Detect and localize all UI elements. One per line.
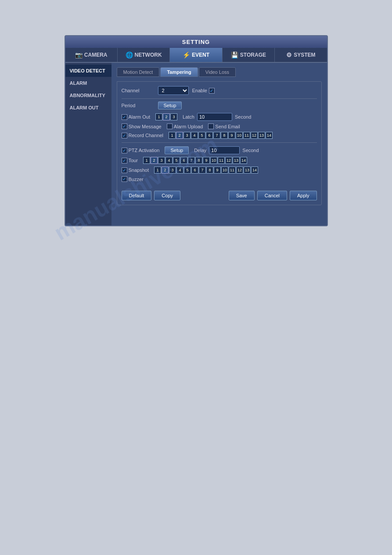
tour-ch-9[interactable]: 9 <box>203 157 210 164</box>
default-button[interactable]: Default <box>122 191 152 200</box>
alarm-out-checkbox[interactable] <box>122 114 127 120</box>
save-button[interactable]: Save <box>229 191 255 200</box>
tab-storage[interactable]: 💾 STORAGE <box>223 48 275 62</box>
tour-ch-12[interactable]: 12 <box>225 157 232 164</box>
rec-ch-6[interactable]: 6 <box>206 132 213 139</box>
channel-select[interactable]: 2 <box>158 86 189 95</box>
tour-ch-1[interactable]: 1 <box>143 157 150 164</box>
main-window: SETTING 📷 CAMERA 🌐 NETWORK ⚡ EVENT 💾 STO… <box>65 35 328 226</box>
sidebar-item-abnormality[interactable]: ABNORMALITY <box>65 89 111 102</box>
tour-ch-11[interactable]: 11 <box>218 157 225 164</box>
subtab-tampering[interactable]: Tampering <box>160 67 198 77</box>
tour-row: Tour 1 2 3 4 5 6 7 8 9 10 <box>122 157 317 164</box>
snapshot-check-item: Snapshot <box>122 167 149 173</box>
show-message-check-item: Show Message <box>122 123 162 129</box>
rec-ch-10[interactable]: 10 <box>236 132 243 139</box>
alarm-ch-3[interactable]: 3 <box>170 113 177 120</box>
rec-ch-2[interactable]: 2 <box>176 132 183 139</box>
alarm-upload-checkbox[interactable] <box>167 123 173 129</box>
rec-ch-8[interactable]: 8 <box>221 132 228 139</box>
show-message-checkbox[interactable] <box>122 123 127 129</box>
tour-ch-8[interactable]: 8 <box>195 157 202 164</box>
apply-button[interactable]: Apply <box>290 191 317 200</box>
tab-camera[interactable]: 📷 CAMERA <box>65 48 118 62</box>
ptz-checkbox[interactable] <box>122 148 127 153</box>
alarm-upload-label: Alarm Upload <box>174 124 203 129</box>
delay-label: Delay <box>194 148 206 153</box>
subtab-motion-detect[interactable]: Motion Detect <box>117 67 160 77</box>
tour-ch-14[interactable]: 14 <box>240 157 247 164</box>
delay-input[interactable] <box>209 146 240 154</box>
tour-ch-7[interactable]: 7 <box>188 157 195 164</box>
nav-tabs: 📷 CAMERA 🌐 NETWORK ⚡ EVENT 💾 STORAGE ⚙ S… <box>65 48 327 63</box>
snap-ch-11[interactable]: 11 <box>229 167 236 174</box>
sidebar-item-alarm[interactable]: ALARM <box>65 77 111 89</box>
alarm-ch-1[interactable]: 1 <box>155 113 162 120</box>
snap-ch-6[interactable]: 6 <box>191 167 198 174</box>
rec-ch-14[interactable]: 14 <box>266 132 273 139</box>
snap-ch-5[interactable]: 5 <box>184 167 191 174</box>
rec-ch-9[interactable]: 9 <box>228 132 235 139</box>
tour-checkbox[interactable] <box>122 158 127 163</box>
ptz-setup-button[interactable]: Setup <box>165 146 189 154</box>
tour-ch-10[interactable]: 10 <box>210 157 217 164</box>
rec-ch-3[interactable]: 3 <box>183 132 191 139</box>
copy-button[interactable]: Copy <box>154 191 180 200</box>
snap-ch-2[interactable]: 2 <box>162 167 169 174</box>
title-text: SETTING <box>182 39 210 45</box>
snap-ch-14[interactable]: 14 <box>251 167 258 174</box>
delay-unit: Second <box>242 148 259 153</box>
rec-ch-12[interactable]: 12 <box>251 132 258 139</box>
tour-ch-5[interactable]: 5 <box>173 157 180 164</box>
network-icon: 🌐 <box>126 51 133 58</box>
tour-ch-6[interactable]: 6 <box>180 157 187 164</box>
send-email-checkbox[interactable] <box>208 123 214 129</box>
channel-label: Channel <box>122 88 155 93</box>
snap-ch-9[interactable]: 9 <box>214 167 221 174</box>
rec-ch-1[interactable]: 1 <box>169 132 176 139</box>
rec-ch-5[interactable]: 5 <box>198 132 205 139</box>
title-bar: SETTING <box>65 36 327 48</box>
snap-ch-4[interactable]: 4 <box>176 167 183 174</box>
sidebar-item-alarm-out[interactable]: ALARM OUT <box>65 102 111 114</box>
alarm-ch-2[interactable]: 2 <box>163 113 170 120</box>
show-message-label: Show Message <box>129 124 162 129</box>
rec-ch-11[interactable]: 11 <box>243 132 250 139</box>
record-channel-check-item: Record Channel <box>122 133 164 138</box>
snap-ch-12[interactable]: 12 <box>236 167 243 174</box>
latch-input[interactable] <box>197 113 232 121</box>
tour-check-item: Tour <box>122 158 138 163</box>
bottom-buttons: Default Copy Save Cancel Apply <box>122 187 317 200</box>
rec-ch-13[interactable]: 13 <box>258 132 265 139</box>
alarm-upload-check-item: Alarm Upload <box>167 123 203 129</box>
snap-ch-7[interactable]: 7 <box>199 167 206 174</box>
snap-ch-10[interactable]: 10 <box>221 167 228 174</box>
system-icon: ⚙ <box>286 51 292 58</box>
rec-ch-4[interactable]: 4 <box>191 132 198 139</box>
buzzer-checkbox[interactable] <box>122 176 127 182</box>
snap-ch-13[interactable]: 13 <box>244 167 251 174</box>
snap-ch-1[interactable]: 1 <box>154 167 161 174</box>
tour-ch-4[interactable]: 4 <box>165 157 173 164</box>
snapshot-checkbox[interactable] <box>122 167 127 173</box>
sub-tabs: Motion Detect Tampering Video Loss <box>117 67 322 77</box>
enable-label: Enable <box>192 88 215 94</box>
cancel-button[interactable]: Cancel <box>257 191 287 200</box>
tour-ch-3[interactable]: 3 <box>158 157 165 164</box>
tab-network[interactable]: 🌐 NETWORK <box>118 48 170 62</box>
record-channel-checkbox[interactable] <box>122 133 127 138</box>
sidebar-item-video-detect[interactable]: VIDEO DETECT <box>65 65 111 77</box>
snap-ch-8[interactable]: 8 <box>206 167 213 174</box>
subtab-video-loss[interactable]: Video Loss <box>199 67 236 77</box>
content-area: VIDEO DETECT ALARM ABNORMALITY ALARM OUT… <box>65 63 327 225</box>
rec-ch-7[interactable]: 7 <box>213 132 220 139</box>
snap-ch-3[interactable]: 3 <box>169 167 176 174</box>
period-setup-button[interactable]: Setup <box>158 102 182 109</box>
enable-checkbox[interactable] <box>209 88 215 94</box>
buzzer-check-item: Buzzer <box>122 176 144 182</box>
tour-ch-2[interactable]: 2 <box>151 157 158 164</box>
ptz-row: PTZ Activation Setup Delay Second <box>122 146 317 154</box>
tab-event[interactable]: ⚡ EVENT <box>170 48 222 62</box>
tour-ch-13[interactable]: 13 <box>233 157 240 164</box>
tab-system[interactable]: ⚙ SYSTEM <box>275 48 327 62</box>
